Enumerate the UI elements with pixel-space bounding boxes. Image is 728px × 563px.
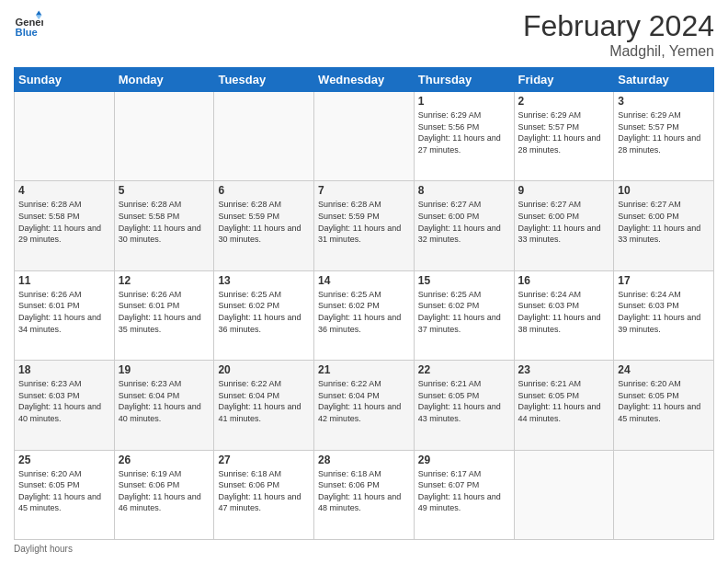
page: General Blue February 2024 Madghil, Yeme…: [0, 0, 728, 563]
day-cell: 7Sunrise: 6:28 AMSunset: 5:59 PMDaylight…: [314, 181, 415, 270]
day-info: Sunrise: 6:21 AMSunset: 6:05 PMDaylight:…: [518, 378, 610, 424]
day-info: Sunrise: 6:28 AMSunset: 5:59 PMDaylight:…: [318, 199, 410, 245]
day-cell: 29Sunrise: 6:17 AMSunset: 6:07 PMDayligh…: [414, 450, 514, 539]
day-info: Sunrise: 6:24 AMSunset: 6:03 PMDaylight:…: [518, 289, 610, 335]
day-info: Sunrise: 6:26 AMSunset: 6:01 PMDaylight:…: [18, 289, 110, 335]
day-info: Sunrise: 6:20 AMSunset: 6:05 PMDaylight:…: [618, 378, 710, 424]
day-info: Sunrise: 6:22 AMSunset: 6:04 PMDaylight:…: [218, 378, 310, 424]
col-header-wednesday: Wednesday: [314, 68, 415, 92]
day-number: 21: [318, 363, 410, 376]
calendar-header-row: SundayMondayTuesdayWednesdayThursdayFrid…: [15, 68, 714, 92]
day-number: 12: [119, 274, 210, 287]
day-cell: 26Sunrise: 6:19 AMSunset: 6:06 PMDayligh…: [114, 450, 214, 539]
day-info: Sunrise: 6:27 AMSunset: 6:00 PMDaylight:…: [518, 199, 610, 245]
logo: General Blue: [14, 9, 43, 39]
day-number: 8: [418, 184, 510, 197]
day-number: 24: [618, 363, 710, 376]
day-cell: 23Sunrise: 6:21 AMSunset: 6:05 PMDayligh…: [514, 361, 614, 450]
day-cell: 13Sunrise: 6:25 AMSunset: 6:02 PMDayligh…: [214, 270, 314, 360]
week-row-4: 18Sunrise: 6:23 AMSunset: 6:03 PMDayligh…: [15, 361, 714, 450]
col-header-tuesday: Tuesday: [214, 68, 314, 92]
day-info: Sunrise: 6:20 AMSunset: 6:05 PMDaylight:…: [18, 468, 110, 514]
day-cell: 16Sunrise: 6:24 AMSunset: 6:03 PMDayligh…: [514, 270, 614, 360]
month-title: February 2024: [523, 9, 714, 43]
week-row-3: 11Sunrise: 6:26 AMSunset: 6:01 PMDayligh…: [15, 270, 714, 360]
day-info: Sunrise: 6:19 AMSunset: 6:06 PMDaylight:…: [119, 468, 210, 514]
week-row-5: 25Sunrise: 6:20 AMSunset: 6:05 PMDayligh…: [15, 450, 714, 539]
day-cell: 15Sunrise: 6:25 AMSunset: 6:02 PMDayligh…: [414, 270, 514, 360]
col-header-saturday: Saturday: [614, 68, 714, 92]
day-cell: 17Sunrise: 6:24 AMSunset: 6:03 PMDayligh…: [614, 270, 714, 360]
day-cell: 5Sunrise: 6:28 AMSunset: 5:58 PMDaylight…: [114, 181, 214, 270]
day-number: 1: [418, 95, 510, 108]
day-info: Sunrise: 6:28 AMSunset: 5:58 PMDaylight:…: [119, 199, 210, 245]
day-number: 3: [618, 95, 710, 108]
day-number: 5: [119, 184, 210, 197]
day-info: Sunrise: 6:28 AMSunset: 5:58 PMDaylight:…: [18, 199, 110, 245]
day-cell: [15, 92, 115, 181]
location: Madghil, Yemen: [523, 43, 714, 60]
day-number: 16: [518, 274, 610, 287]
day-number: 9: [518, 184, 610, 197]
day-number: 10: [618, 184, 710, 197]
day-info: Sunrise: 6:25 AMSunset: 6:02 PMDaylight:…: [218, 289, 310, 335]
day-info: Sunrise: 6:18 AMSunset: 6:06 PMDaylight:…: [218, 468, 310, 514]
day-cell: 25Sunrise: 6:20 AMSunset: 6:05 PMDayligh…: [15, 450, 115, 539]
day-cell: 3Sunrise: 6:29 AMSunset: 5:57 PMDaylight…: [614, 92, 714, 181]
day-number: 18: [18, 363, 110, 376]
day-number: 19: [119, 363, 210, 376]
svg-text:Blue: Blue: [16, 27, 38, 38]
day-info: Sunrise: 6:23 AMSunset: 6:03 PMDaylight:…: [18, 378, 110, 424]
col-header-sunday: Sunday: [15, 68, 115, 92]
day-cell: 9Sunrise: 6:27 AMSunset: 6:00 PMDaylight…: [514, 181, 614, 270]
day-number: 25: [18, 454, 110, 466]
day-number: 7: [318, 184, 410, 197]
col-header-thursday: Thursday: [414, 68, 514, 92]
week-row-1: 1Sunrise: 6:29 AMSunset: 5:56 PMDaylight…: [15, 92, 714, 181]
day-cell: 12Sunrise: 6:26 AMSunset: 6:01 PMDayligh…: [114, 270, 214, 360]
day-cell: 24Sunrise: 6:20 AMSunset: 6:05 PMDayligh…: [614, 361, 714, 450]
day-info: Sunrise: 6:25 AMSunset: 6:02 PMDaylight:…: [418, 289, 510, 335]
day-info: Sunrise: 6:17 AMSunset: 6:07 PMDaylight:…: [418, 468, 510, 514]
day-cell: 21Sunrise: 6:22 AMSunset: 6:04 PMDayligh…: [314, 361, 415, 450]
day-cell: 11Sunrise: 6:26 AMSunset: 6:01 PMDayligh…: [15, 270, 115, 360]
day-cell: 14Sunrise: 6:25 AMSunset: 6:02 PMDayligh…: [314, 270, 415, 360]
day-info: Sunrise: 6:22 AMSunset: 6:04 PMDaylight:…: [318, 378, 410, 424]
day-info: Sunrise: 6:23 AMSunset: 6:04 PMDaylight:…: [119, 378, 210, 424]
day-cell: 2Sunrise: 6:29 AMSunset: 5:57 PMDaylight…: [514, 92, 614, 181]
day-number: 13: [218, 274, 310, 287]
day-cell: 19Sunrise: 6:23 AMSunset: 6:04 PMDayligh…: [114, 361, 214, 450]
day-number: 29: [418, 454, 510, 466]
day-cell: [314, 92, 415, 181]
day-info: Sunrise: 6:21 AMSunset: 6:05 PMDaylight:…: [418, 378, 510, 424]
day-number: 11: [18, 274, 110, 287]
day-info: Sunrise: 6:29 AMSunset: 5:57 PMDaylight:…: [618, 109, 710, 155]
day-cell: [514, 450, 614, 539]
day-number: 20: [218, 363, 310, 376]
day-info: Sunrise: 6:28 AMSunset: 5:59 PMDaylight:…: [218, 199, 310, 245]
day-cell: 1Sunrise: 6:29 AMSunset: 5:56 PMDaylight…: [414, 92, 514, 181]
day-cell: 10Sunrise: 6:27 AMSunset: 6:00 PMDayligh…: [614, 181, 714, 270]
day-cell: 20Sunrise: 6:22 AMSunset: 6:04 PMDayligh…: [214, 361, 314, 450]
week-row-2: 4Sunrise: 6:28 AMSunset: 5:58 PMDaylight…: [15, 181, 714, 270]
day-cell: [614, 450, 714, 539]
day-number: 23: [518, 363, 610, 376]
day-number: 27: [218, 454, 310, 466]
day-number: 15: [418, 274, 510, 287]
day-cell: 18Sunrise: 6:23 AMSunset: 6:03 PMDayligh…: [15, 361, 115, 450]
day-number: 28: [318, 454, 410, 466]
day-cell: [114, 92, 214, 181]
footer-note: Daylight hours: [14, 544, 714, 554]
col-header-monday: Monday: [114, 68, 214, 92]
logo-icon: General Blue: [14, 9, 43, 39]
day-info: Sunrise: 6:24 AMSunset: 6:03 PMDaylight:…: [618, 289, 710, 335]
day-cell: 4Sunrise: 6:28 AMSunset: 5:58 PMDaylight…: [15, 181, 115, 270]
day-cell: 22Sunrise: 6:21 AMSunset: 6:05 PMDayligh…: [414, 361, 514, 450]
svg-marker-2: [36, 11, 41, 16]
day-info: Sunrise: 6:26 AMSunset: 6:01 PMDaylight:…: [119, 289, 210, 335]
day-cell: 6Sunrise: 6:28 AMSunset: 5:59 PMDaylight…: [214, 181, 314, 270]
day-number: 26: [119, 454, 210, 466]
day-info: Sunrise: 6:29 AMSunset: 5:56 PMDaylight:…: [418, 109, 510, 155]
day-info: Sunrise: 6:25 AMSunset: 6:02 PMDaylight:…: [318, 289, 410, 335]
day-info: Sunrise: 6:18 AMSunset: 6:06 PMDaylight:…: [318, 468, 410, 514]
